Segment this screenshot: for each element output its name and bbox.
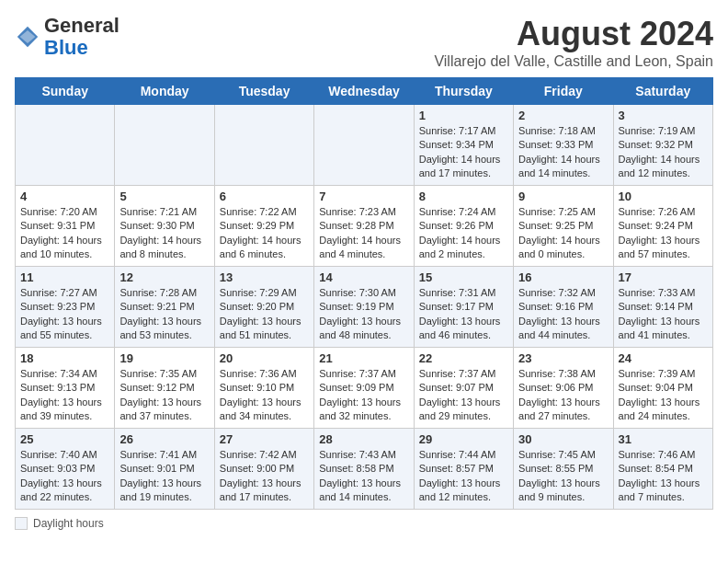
day-number: 21 (319, 351, 408, 365)
footer: Daylight hours (15, 517, 713, 530)
subtitle: Villarejo del Valle, Castille and Leon, … (434, 53, 713, 70)
calendar-cell: 26Sunrise: 7:41 AM Sunset: 9:01 PM Dayli… (115, 429, 214, 510)
day-number: 23 (518, 351, 608, 365)
calendar-cell: 20Sunrise: 7:36 AM Sunset: 9:10 PM Dayli… (214, 348, 313, 429)
day-info: Sunrise: 7:25 AM Sunset: 9:25 PM Dayligh… (518, 205, 608, 262)
calendar-cell: 3Sunrise: 7:19 AM Sunset: 9:32 PM Daylig… (613, 105, 712, 186)
day-info: Sunrise: 7:43 AM Sunset: 8:58 PM Dayligh… (319, 448, 408, 505)
main-title: August 2024 (434, 15, 713, 53)
day-number: 26 (119, 432, 209, 446)
calendar-week-row: 18Sunrise: 7:34 AM Sunset: 9:13 PM Dayli… (16, 348, 713, 429)
day-number: 1 (419, 109, 508, 122)
calendar-cell (115, 105, 214, 186)
day-number: 22 (419, 351, 508, 365)
calendar-cell: 23Sunrise: 7:38 AM Sunset: 9:06 PM Dayli… (514, 348, 613, 429)
calendar-cell: 11Sunrise: 7:27 AM Sunset: 9:23 PM Dayli… (16, 267, 115, 348)
day-info: Sunrise: 7:26 AM Sunset: 9:24 PM Dayligh… (619, 205, 708, 262)
day-number: 29 (419, 432, 508, 446)
calendar-week-row: 1Sunrise: 7:17 AM Sunset: 9:34 PM Daylig… (16, 105, 713, 186)
day-number: 20 (220, 351, 309, 365)
calendar-cell (16, 105, 115, 186)
day-number: 25 (20, 432, 109, 446)
calendar-cell: 13Sunrise: 7:29 AM Sunset: 9:20 PM Dayli… (214, 267, 313, 348)
calendar-cell: 29Sunrise: 7:44 AM Sunset: 8:57 PM Dayli… (414, 429, 513, 510)
logo-line2: Blue (44, 37, 119, 59)
col-header-wednesday: Wednesday (314, 78, 414, 105)
day-info: Sunrise: 7:23 AM Sunset: 9:28 PM Dayligh… (319, 205, 408, 262)
day-info: Sunrise: 7:37 AM Sunset: 9:09 PM Dayligh… (319, 367, 408, 424)
day-info: Sunrise: 7:38 AM Sunset: 9:06 PM Dayligh… (518, 367, 608, 424)
header: General Blue August 2024 Villarejo del V… (15, 15, 713, 70)
calendar-cell: 6Sunrise: 7:22 AM Sunset: 9:29 PM Daylig… (214, 186, 313, 267)
day-number: 27 (220, 432, 309, 446)
day-number: 24 (619, 351, 708, 365)
day-info: Sunrise: 7:20 AM Sunset: 9:31 PM Dayligh… (20, 205, 109, 262)
day-number: 8 (419, 190, 508, 203)
day-number: 14 (319, 270, 408, 284)
day-number: 7 (319, 190, 408, 203)
col-header-tuesday: Tuesday (214, 78, 313, 105)
day-info: Sunrise: 7:44 AM Sunset: 8:57 PM Dayligh… (419, 448, 508, 505)
calendar-cell: 15Sunrise: 7:31 AM Sunset: 9:17 PM Dayli… (414, 267, 513, 348)
day-number: 12 (119, 270, 209, 284)
daylight-label: Daylight hours (33, 517, 104, 530)
day-info: Sunrise: 7:19 AM Sunset: 9:32 PM Dayligh… (619, 124, 708, 181)
day-number: 6 (220, 190, 309, 203)
day-number: 16 (518, 270, 608, 284)
day-info: Sunrise: 7:28 AM Sunset: 9:21 PM Dayligh… (119, 286, 209, 343)
calendar-cell: 22Sunrise: 7:37 AM Sunset: 9:07 PM Dayli… (414, 348, 513, 429)
calendar-cell: 10Sunrise: 7:26 AM Sunset: 9:24 PM Dayli… (613, 186, 712, 267)
day-info: Sunrise: 7:29 AM Sunset: 9:20 PM Dayligh… (220, 286, 309, 343)
day-info: Sunrise: 7:34 AM Sunset: 9:13 PM Dayligh… (20, 367, 109, 424)
col-header-monday: Monday (115, 78, 214, 105)
day-number: 18 (20, 351, 109, 365)
day-info: Sunrise: 7:31 AM Sunset: 9:17 PM Dayligh… (419, 286, 508, 343)
calendar-cell (214, 105, 313, 186)
calendar-cell: 7Sunrise: 7:23 AM Sunset: 9:28 PM Daylig… (314, 186, 414, 267)
calendar-cell: 19Sunrise: 7:35 AM Sunset: 9:12 PM Dayli… (115, 348, 214, 429)
day-info: Sunrise: 7:30 AM Sunset: 9:19 PM Dayligh… (319, 286, 408, 343)
calendar-cell: 14Sunrise: 7:30 AM Sunset: 9:19 PM Dayli… (314, 267, 414, 348)
calendar-cell: 12Sunrise: 7:28 AM Sunset: 9:21 PM Dayli… (115, 267, 214, 348)
day-number: 17 (619, 270, 708, 284)
calendar-cell: 2Sunrise: 7:18 AM Sunset: 9:33 PM Daylig… (514, 105, 613, 186)
day-number: 9 (518, 190, 608, 203)
day-info: Sunrise: 7:46 AM Sunset: 8:54 PM Dayligh… (619, 448, 708, 505)
daylight-color-swatch (15, 517, 28, 530)
day-number: 19 (119, 351, 209, 365)
calendar-cell: 31Sunrise: 7:46 AM Sunset: 8:54 PM Dayli… (613, 429, 712, 510)
calendar-cell: 5Sunrise: 7:21 AM Sunset: 9:30 PM Daylig… (115, 186, 214, 267)
col-header-thursday: Thursday (414, 78, 513, 105)
day-number: 30 (518, 432, 608, 446)
day-info: Sunrise: 7:36 AM Sunset: 9:10 PM Dayligh… (220, 367, 309, 424)
day-number: 5 (119, 190, 209, 203)
day-info: Sunrise: 7:33 AM Sunset: 9:14 PM Dayligh… (619, 286, 708, 343)
day-info: Sunrise: 7:45 AM Sunset: 8:55 PM Dayligh… (518, 448, 608, 505)
calendar-week-row: 11Sunrise: 7:27 AM Sunset: 9:23 PM Dayli… (16, 267, 713, 348)
calendar-cell: 9Sunrise: 7:25 AM Sunset: 9:25 PM Daylig… (514, 186, 613, 267)
day-number: 2 (518, 109, 608, 122)
col-header-saturday: Saturday (613, 78, 712, 105)
day-number: 15 (419, 270, 508, 284)
calendar-cell: 27Sunrise: 7:42 AM Sunset: 9:00 PM Dayli… (214, 429, 313, 510)
day-number: 3 (619, 109, 708, 122)
logo-icon (15, 24, 40, 50)
logo: General Blue (15, 15, 119, 59)
day-info: Sunrise: 7:37 AM Sunset: 9:07 PM Dayligh… (419, 367, 508, 424)
calendar-cell: 4Sunrise: 7:20 AM Sunset: 9:31 PM Daylig… (16, 186, 115, 267)
day-number: 31 (619, 432, 708, 446)
calendar-cell (314, 105, 414, 186)
calendar-cell: 28Sunrise: 7:43 AM Sunset: 8:58 PM Dayli… (314, 429, 414, 510)
day-info: Sunrise: 7:41 AM Sunset: 9:01 PM Dayligh… (119, 448, 209, 505)
calendar-header-row: SundayMondayTuesdayWednesdayThursdayFrid… (16, 78, 713, 105)
day-info: Sunrise: 7:40 AM Sunset: 9:03 PM Dayligh… (20, 448, 109, 505)
day-info: Sunrise: 7:35 AM Sunset: 9:12 PM Dayligh… (119, 367, 209, 424)
col-header-sunday: Sunday (16, 78, 115, 105)
calendar-cell: 21Sunrise: 7:37 AM Sunset: 9:09 PM Dayli… (314, 348, 414, 429)
day-info: Sunrise: 7:42 AM Sunset: 9:00 PM Dayligh… (220, 448, 309, 505)
col-header-friday: Friday (514, 78, 613, 105)
calendar-week-row: 4Sunrise: 7:20 AM Sunset: 9:31 PM Daylig… (16, 186, 713, 267)
calendar-cell: 16Sunrise: 7:32 AM Sunset: 9:16 PM Dayli… (514, 267, 613, 348)
day-info: Sunrise: 7:24 AM Sunset: 9:26 PM Dayligh… (419, 205, 508, 262)
calendar-cell: 24Sunrise: 7:39 AM Sunset: 9:04 PM Dayli… (613, 348, 712, 429)
